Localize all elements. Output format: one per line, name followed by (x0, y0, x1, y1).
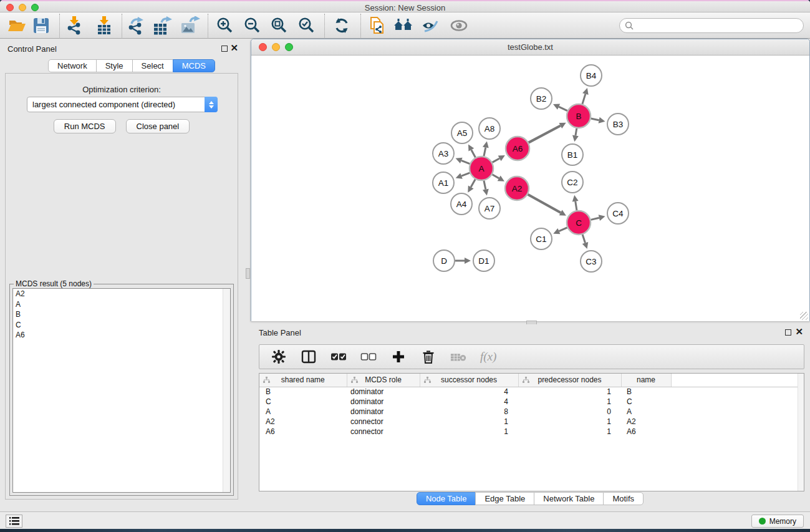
table-row[interactable]: Adominator80A (259, 407, 804, 417)
show-graphics-details-button[interactable] (447, 14, 471, 37)
mcds-result-item[interactable]: C (13, 320, 230, 331)
graph-edge-A-A7[interactable] (484, 181, 486, 190)
graph-edge-A-A5[interactable] (471, 150, 476, 157)
export-network-button[interactable] (124, 14, 148, 37)
resize-grip[interactable] (800, 312, 808, 320)
import-network-button[interactable] (63, 14, 87, 37)
table-cell[interactable]: 0 (518, 407, 621, 417)
table-cell[interactable]: connector (347, 427, 420, 437)
zoom-fit-button[interactable] (268, 14, 291, 37)
tab-network-table[interactable]: Network Table (534, 492, 604, 505)
table-cell[interactable]: A6 (259, 427, 347, 437)
tab-select[interactable]: Select (132, 59, 173, 72)
network-graph[interactable]: B4B2BB3A5A8A6B1A3AC2A1A2A4A7C4CC1C3DD1 (251, 56, 809, 321)
column-header-predecessor-nodes[interactable]: predecessor nodes (518, 374, 621, 387)
scrollbar[interactable] (798, 374, 804, 491)
show-task-history-button[interactable] (6, 515, 22, 528)
graph-edge-B-B3[interactable] (591, 118, 599, 120)
close-panel-icon[interactable]: ✕ (230, 42, 238, 54)
table-cell[interactable]: dominator (347, 397, 420, 407)
close-panel-button[interactable]: Close panel (126, 119, 190, 133)
zoom-selected-button[interactable] (295, 14, 319, 37)
table-row[interactable]: A2connector11A2 (259, 417, 804, 427)
table-cell[interactable]: 1 (518, 427, 621, 437)
function-builder-button[interactable]: f(x) (480, 350, 496, 364)
close-table-panel-icon[interactable]: ✕ (795, 326, 803, 337)
table-cell[interactable]: A (259, 407, 347, 417)
search-field[interactable] (619, 18, 804, 33)
graph-edge-A2-C[interactable] (528, 195, 561, 213)
table-row[interactable]: Cdominator41C (259, 397, 804, 407)
delete-columns-button[interactable] (420, 349, 436, 365)
table-cell[interactable]: dominator (347, 407, 420, 417)
optimization-criterion-dropdown[interactable]: largest connected component (directed) (27, 97, 218, 112)
graph-edge-A-A6[interactable] (493, 158, 500, 162)
network-canvas[interactable]: B4B2BB3A5A8A6B1A3AC2A1A2A4A7C4CC1C3DD1 (251, 56, 809, 321)
network-window-titlebar[interactable]: testGlobe.txt (251, 39, 809, 56)
graph-edge-B-B4[interactable] (582, 94, 586, 104)
mcds-result-item[interactable]: A6 (13, 330, 230, 341)
reset-layout-button[interactable] (392, 14, 415, 37)
table-cell[interactable]: C (259, 397, 347, 407)
column-header-name[interactable]: name (621, 374, 671, 387)
table-cell[interactable]: 1 (518, 417, 621, 427)
hide-graphics-details-button[interactable] (418, 14, 442, 37)
tab-style[interactable]: Style (96, 59, 133, 72)
zoom-in-button[interactable] (213, 14, 237, 37)
graph-edge-A-A8[interactable] (484, 147, 486, 156)
table-cell[interactable]: B (621, 387, 671, 397)
table-cell[interactable]: 4 (420, 387, 518, 397)
show-columns-button[interactable] (301, 349, 317, 365)
graph-edge-C-C1[interactable] (559, 228, 567, 231)
zoom-out-button[interactable] (241, 14, 264, 37)
select-all-columns-button[interactable] (330, 349, 347, 365)
mcds-result-item[interactable]: B (13, 309, 230, 320)
tab-network[interactable]: Network (48, 59, 97, 72)
float-panel-icon[interactable] (221, 46, 228, 52)
graph-edge-A-A2[interactable] (492, 175, 499, 178)
create-column-button[interactable] (390, 349, 407, 365)
mcds-result-list[interactable]: A2ABCA6 (12, 288, 231, 493)
table-cell[interactable]: 8 (420, 407, 518, 417)
column-header-mcds-role[interactable]: MCDS role (347, 374, 420, 387)
divider-collapse-handle[interactable] (246, 268, 250, 279)
table-cell[interactable]: A2 (259, 417, 347, 427)
open-file-button[interactable] (5, 14, 29, 37)
table-row[interactable]: Bdominator41B (259, 387, 804, 397)
copy-network-view-button[interactable] (365, 14, 389, 37)
table-cell[interactable]: 4 (420, 397, 518, 407)
column-header-shared-name[interactable]: shared name (259, 374, 347, 387)
graph-edge-A6-B[interactable] (529, 125, 561, 142)
save-session-button[interactable] (29, 14, 53, 37)
float-table-panel-icon[interactable] (785, 329, 791, 336)
mcds-result-item[interactable]: A (13, 299, 230, 310)
table-cell[interactable]: B (259, 387, 347, 397)
table-cell[interactable]: connector (347, 417, 420, 427)
tab-mcds[interactable]: MCDS (173, 59, 215, 72)
mcds-result-item[interactable]: A2 (13, 289, 230, 299)
graph-edge-A-A1[interactable] (461, 173, 470, 176)
import-table-button[interactable] (92, 14, 116, 37)
export-table-button[interactable] (151, 14, 175, 37)
table-cell[interactable]: A6 (621, 427, 671, 437)
run-mcds-button[interactable]: Run MCDS (54, 119, 116, 133)
table-cell[interactable]: 1 (420, 417, 518, 427)
tab-motifs[interactable]: Motifs (603, 492, 644, 505)
delete-table-button[interactable] (450, 349, 466, 365)
graph-edge-B-B1[interactable] (576, 128, 577, 136)
column-header-successor-nodes[interactable]: successor nodes (420, 374, 518, 387)
table-cell[interactable]: C (621, 397, 671, 407)
scrollbar[interactable] (223, 289, 230, 492)
tab-node-table[interactable]: Node Table (417, 492, 476, 505)
table-row[interactable]: A6connector11A6 (259, 427, 804, 437)
refresh-button[interactable] (330, 14, 354, 37)
table-cell[interactable]: dominator (347, 387, 420, 397)
table-cell[interactable]: A (621, 407, 671, 417)
graph-edge-C-C3[interactable] (582, 235, 585, 243)
search-input[interactable] (636, 19, 803, 32)
graph-edge-C-C4[interactable] (591, 218, 599, 220)
export-image-button[interactable] (178, 14, 202, 37)
graph-edge-A-A3[interactable] (461, 160, 470, 163)
tab-edge-table[interactable]: Edge Table (475, 492, 534, 505)
memory-button[interactable]: Memory (751, 515, 804, 528)
